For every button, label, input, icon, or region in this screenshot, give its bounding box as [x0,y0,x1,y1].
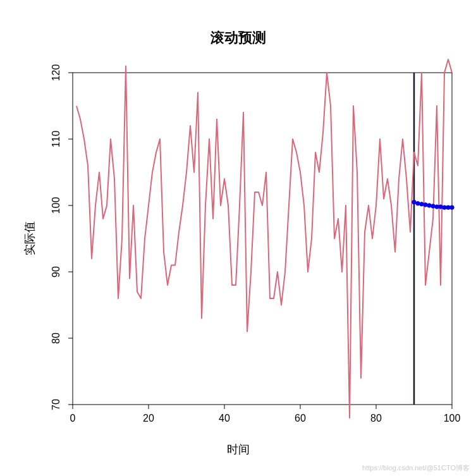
svg-text:110: 110 [51,131,61,148]
svg-text:120: 120 [51,64,61,82]
svg-point-33 [439,205,442,209]
svg-text:80: 80 [370,413,382,424]
svg-point-29 [424,203,427,207]
svg-rect-0 [73,73,452,405]
svg-point-31 [431,204,435,208]
svg-point-34 [442,205,446,209]
svg-text:80: 80 [51,333,61,344]
svg-point-30 [427,204,431,207]
svg-text:100: 100 [444,413,461,424]
svg-text:0: 0 [70,413,76,424]
svg-text:40: 40 [219,413,230,424]
svg-point-27 [416,202,420,205]
chart-container: 滚动预测 实际值 时间 020406080100708090100110120 … [0,0,476,476]
svg-point-36 [450,205,454,209]
svg-text:100: 100 [51,197,61,214]
chart-plot: 020406080100708090100110120 [0,0,476,476]
svg-point-35 [446,205,450,209]
svg-point-32 [435,205,439,209]
svg-text:60: 60 [295,413,306,424]
svg-text:20: 20 [143,413,154,424]
watermark-text: https://blog.csdn.net/@51CTO博客 [362,463,470,473]
svg-text:90: 90 [51,266,61,278]
svg-point-28 [420,202,424,206]
svg-text:70: 70 [51,399,61,410]
svg-point-26 [412,200,416,204]
